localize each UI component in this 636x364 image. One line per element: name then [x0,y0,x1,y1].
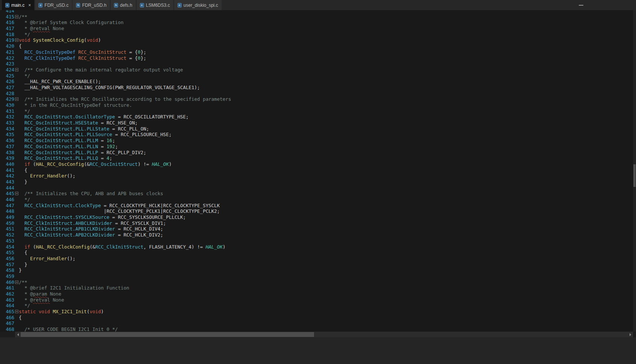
code-line-418[interactable]: 418 */ [0,32,633,38]
code-line-420[interactable]: 420{ [0,43,633,49]
vertical-scrollbar[interactable] [633,10,636,332]
code-line-435[interactable]: 435 RCC_OscInitStruct.PLL.PLLSource = RC… [0,132,633,138]
code-line-466[interactable]: 466{ [0,315,633,321]
code-line-416[interactable]: 416 * @brief System Clock Configuration [0,20,633,26]
code-line-467[interactable]: 467 [0,320,633,326]
code-line-439[interactable]: 439 RCC_OscInitStruct.PLL.PLLQ = 4; [0,155,633,161]
tab-fdr-usd-h[interactable]: hFDR_uSD.h [73,0,110,10]
code-line-425[interactable]: 425 */ [0,73,633,79]
scroll-left-arrow-icon[interactable] [15,332,21,337]
code-token: = { [126,55,138,61]
code-line-437[interactable]: 437 RCC_OscInitStruct.PLL.PLLN = 192; [0,144,633,150]
code-line-459[interactable]: 459 [0,273,633,279]
code-line-450[interactable]: 450 RCC_ClkInitStruct.AHBCLKDivider = RC… [0,220,633,226]
code-token: 4 [106,155,109,161]
code-line-452[interactable]: 452 RCC_ClkInitStruct.APB2CLKDivider = R… [0,232,633,238]
code-text: /** Initializes the RCC Oscillators acco… [19,96,231,102]
code-line-426[interactable]: 426 __HAL_RCC_PWR_CLK_ENABLE(); [0,79,633,85]
code-token: ; [112,138,115,143]
close-icon[interactable]: × [28,3,31,8]
fold-marker-icon[interactable] [15,309,19,315]
fold-marker-icon[interactable] [15,67,19,73]
code-line-440[interactable]: 440 if (HAL_RCC_OscConfig(&RCC_OscInitSt… [0,161,633,167]
code-line-417[interactable]: 417 * @retval None [0,26,633,32]
line-number: 423 [0,61,15,67]
code-line-430[interactable]: 430 * in the RCC_OscInitTypeDef structur… [0,102,633,108]
code-line-428[interactable]: 428 [0,91,633,97]
fold-column [15,297,19,303]
code-token: (& [84,161,90,167]
horizontal-scrollbar-thumb[interactable] [21,332,314,337]
code-line-424[interactable]: 424 /** Configure the main internal regu… [0,67,633,73]
code-token [19,214,24,220]
code-text: Error_Handler(); [19,256,76,262]
code-line-415[interactable]: 415/** [0,14,633,20]
code-line-419[interactable]: 419void SystemClock_Config(void) [0,37,633,43]
line-number: 465 [0,309,15,315]
tab-defs-h[interactable]: hdefs.h [111,0,136,10]
c-file-icon: c [178,3,182,8]
code-line-447[interactable]: 447 RCC_ClkInitStruct.ClockType = RCC_CL… [0,203,633,209]
code-line-414[interactable]: 414 [0,10,633,14]
code-line-429[interactable]: 429 /** Initializes the RCC Oscillators … [0,96,633,102]
code-token: Error_Handler [30,173,67,179]
code-line-462[interactable]: 462 * @param None [0,291,633,297]
code-line-423[interactable]: 423 [0,61,633,67]
code-line-443[interactable]: 443 } [0,179,633,185]
line-number: 443 [0,179,15,185]
code-line-431[interactable]: 431 */ [0,108,633,114]
vertical-scrollbar-thumb[interactable] [633,164,636,187]
code-text: { [19,43,22,49]
code-line-463[interactable]: 463 * @retval None [0,297,633,303]
tab-main-c[interactable]: cmain.c× [2,0,34,10]
fold-column [15,102,19,108]
code-line-444[interactable]: 444 [0,185,633,191]
code-line-441[interactable]: 441 { [0,167,633,173]
code-line-461[interactable]: 461 * @brief I2C1 Initialization Functio… [0,285,633,291]
code-line-445[interactable]: 445 /** Initializes the CPU, AHB and APB… [0,191,633,197]
code-line-434[interactable]: 434 RCC_OscInitStruct.PLL.PLLState = RCC… [0,126,633,132]
minimize-dash-icon[interactable] [579,5,583,6]
code-token [19,161,24,167]
code-line-427[interactable]: 427 __HAL_PWR_VOLTAGESCALING_CONFIG(PWR_… [0,85,633,91]
code-line-436[interactable]: 436 RCC_OscInitStruct.PLL.PLLM = 16; [0,138,633,144]
code-line-442[interactable]: 442 Error_Handler(); [0,173,633,179]
code-text: RCC_OscInitStruct.PLL.PLLM = 16; [19,138,115,144]
fold-marker-icon[interactable] [15,191,19,197]
code-line-432[interactable]: 432 RCC_OscInitStruct.OscillatorType = R… [0,114,633,120]
line-number: 430 [0,102,15,108]
code-line-433[interactable]: 433 RCC_OscInitStruct.HSEState = RCC_HSE… [0,120,633,126]
scroll-right-arrow-icon[interactable] [627,332,633,337]
fold-marker-icon[interactable] [15,37,19,43]
code-line-460[interactable]: 460/** [0,279,633,285]
horizontal-scrollbar-track[interactable] [21,332,627,337]
fold-marker-icon[interactable] [15,14,19,20]
fold-column [15,197,19,203]
code-line-456[interactable]: 456 Error_Handler(); [0,256,633,262]
code-token: void [19,37,30,43]
code-token: void [39,309,50,314]
fold-column [15,320,19,326]
code-line-448[interactable]: 448 |RCC_CLOCKTYPE_PCLK1|RCC_CLOCKTYPE_P… [0,208,633,214]
tab-lsm6ds3-c[interactable]: cLSM6DS3.c [137,0,173,10]
code-line-421[interactable]: 421 RCC_OscInitTypeDef RCC_OscInitStruct… [0,49,633,55]
tab-fdr-usd-c[interactable]: cFDR_uSD.c [35,0,72,10]
code-line-453[interactable]: 453 [0,238,633,244]
code-line-451[interactable]: 451 RCC_ClkInitStruct.APB1CLKDivider = R… [0,226,633,232]
code-line-464[interactable]: 464 */ [0,303,633,309]
fold-marker-icon[interactable] [15,279,19,285]
code-line-422[interactable]: 422 RCC_ClkInitTypeDef RCC_ClkInitStruct… [0,55,633,61]
code-line-454[interactable]: 454 if (HAL_RCC_ClockConfig(&RCC_ClkInit… [0,244,633,250]
code-line-458[interactable]: 458} [0,267,633,273]
horizontal-scrollbar[interactable] [15,332,633,337]
fold-marker-icon[interactable] [15,96,19,102]
tab-user-diskio-spi-c[interactable]: cuser_diskio_spi.c [174,0,222,10]
code-line-446[interactable]: 446 */ [0,197,633,203]
code-line-465[interactable]: 465static void MX_I2C1_Init(void) [0,309,633,315]
code-line-457[interactable]: 457 } [0,262,633,268]
code-line-438[interactable]: 438 RCC_OscInitStruct.PLL.PLLP = RCC_PLL… [0,150,633,156]
code-line-449[interactable]: 449 RCC_ClkInitStruct.SYSCLKSource = RCC… [0,214,633,220]
code-line-455[interactable]: 455 { [0,250,633,256]
code-line-468[interactable]: 468 /* USER CODE BEGIN I2C1 Init 0 */ [0,326,633,332]
code-editor[interactable]: 414415/**416 * @brief System Clock Confi… [0,10,633,332]
